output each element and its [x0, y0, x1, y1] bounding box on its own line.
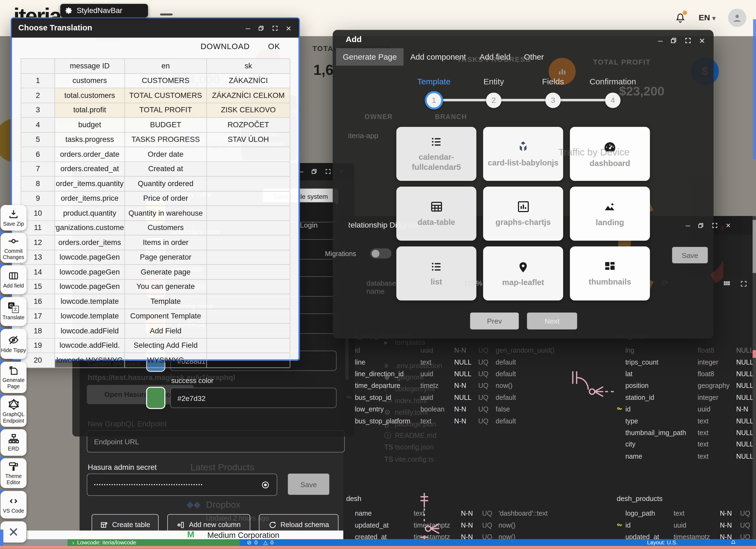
color-hex-input[interactable]: #2e7d32: [170, 388, 337, 408]
translation-row[interactable]: 1 customers CUSTOMERS ZÁKAZNÍCI: [21, 73, 290, 88]
cell-en: TASKS PROGRESS: [125, 132, 207, 146]
translation-row[interactable]: 4 budget BUDGET ROZPOČET: [21, 118, 290, 132]
cell-en: Created at: [125, 162, 207, 176]
template-card-graphs[interactable]: graphs-chartjs: [483, 187, 563, 240]
fullscreen-icon[interactable]: [272, 25, 278, 31]
statusbar-bell-icon[interactable]: [731, 540, 736, 545]
step-circle-1[interactable]: 1: [425, 91, 443, 110]
admin-secret-input[interactable]: ••••••••••••••••••••••••••••••••••••••••…: [87, 474, 277, 496]
sidebar-item-generate-page[interactable]: Generate Page: [1, 362, 27, 393]
cell-sk: [207, 338, 290, 352]
restore-icon[interactable]: [258, 25, 264, 31]
close-icon[interactable]: ×: [286, 24, 291, 33]
sidebar-item-theme-editor[interactable]: Theme Editor: [1, 458, 27, 488]
erd-close-icon[interactable]: ×: [726, 221, 731, 229]
cell-sk: ZÁKAZNÍCI CELKOM: [207, 88, 290, 102]
sidebar-item-commit-changes[interactable]: Commit Changes: [1, 233, 27, 263]
erd-window-title: Entity Relationship Diagram: [349, 221, 419, 229]
translation-row[interactable]: 13 lowcode.pageGen Page generator: [21, 250, 290, 265]
tooltip-label: StyledNavBar: [77, 6, 122, 15]
translation-row[interactable]: 19 lowcode.addField. Selecting Add Field: [21, 338, 290, 353]
right-scrollbar-thumb[interactable]: [753, 220, 756, 273]
step-label-template[interactable]: Template: [417, 77, 451, 87]
cell-message-id: lowcode.pageGen: [55, 265, 125, 279]
translation-row[interactable]: 15 lowcode.pageGen You can generate: [21, 280, 290, 294]
next-button[interactable]: Next: [527, 313, 577, 329]
latest-products-strip: M Medium Corporation: [27, 531, 343, 539]
translation-row[interactable]: 14 lowcode.pageGen Generate page: [21, 265, 290, 280]
translation-row[interactable]: 6 orders.order_date Order date: [21, 147, 290, 162]
statusbar-layout[interactable]: Layout: U.S.: [647, 540, 678, 545]
header-sk: sk: [207, 59, 290, 73]
template-card-list[interactable]: list: [396, 246, 476, 301]
prev-button[interactable]: Prev: [470, 313, 519, 329]
translation-row[interactable]: 5 tasks.progress TASKS PROGRESS STAV ÚLO…: [21, 132, 290, 147]
sidebar-item-hide-tippy[interactable]: Hide Tippy: [1, 329, 27, 359]
erd-grid-icon[interactable]: [723, 281, 731, 288]
add-minimize-icon[interactable]: –: [658, 36, 663, 44]
cell-en: Customers: [125, 220, 207, 234]
sidebar-item-add-field[interactable]: Add field: [1, 265, 27, 294]
template-card-data-table[interactable]: data-table: [396, 187, 476, 240]
cell-en: Template: [125, 294, 207, 309]
gear-icon: [65, 7, 73, 14]
cell-message-id: order_items.price: [55, 191, 125, 205]
translation-row[interactable]: 9 order_items.price Price of order: [21, 191, 290, 206]
translation-row[interactable]: 10 product.quantity Quantity in warehous…: [21, 206, 290, 220]
ghost-traffic-label: Traffic by Device: [558, 147, 630, 158]
add-restore-icon[interactable]: [670, 37, 677, 44]
language-selector[interactable]: EN ▾: [699, 13, 716, 23]
template-card-map[interactable]: map-leaflet: [483, 246, 563, 301]
erd-fullscreen-icon[interactable]: [712, 222, 718, 229]
migrations-toggle[interactable]: [370, 248, 392, 258]
errors-icon: ⊘: [247, 539, 251, 546]
sidebar-item-graphql-endpoint[interactable]: GraphQL Endpoint: [1, 396, 27, 427]
translation-row[interactable]: 12 orders.order_items Items in order: [21, 235, 290, 250]
sidebar-item-save-zip[interactable]: Save Zip: [1, 205, 27, 230]
translation-row[interactable]: 11 organizations.customers Customers: [21, 220, 290, 235]
cell-sk: ZISK CELKOVO: [207, 103, 290, 117]
ok-button[interactable]: OK: [268, 42, 280, 51]
sidebar-item-erd[interactable]: ERD: [1, 429, 27, 456]
translation-row[interactable]: 16 lowcode.template Template: [21, 294, 290, 309]
template-card-card-list[interactable]: card-list-babylonjs: [483, 127, 563, 181]
translation-row[interactable]: 3 total.profit TOTAL PROFIT ZISK CELKOVO: [21, 103, 290, 118]
statusbar-problems[interactable]: ⊘ 0 △ 0 Layout: U.S.: [240, 539, 756, 546]
template-card-landing[interactable]: landing: [570, 187, 650, 240]
erd-save-button[interactable]: Save: [672, 247, 708, 263]
show-secret-eye-icon[interactable]: [261, 480, 270, 489]
translation-row[interactable]: 2 total.customers TOTAL CUSTOMERS ZÁKAZN…: [21, 88, 290, 103]
erd-restore-icon[interactable]: [698, 222, 704, 229]
cell-message-id: product.quantity: [55, 206, 125, 220]
translation-row[interactable]: 18 lowcode.addField Add Field: [21, 324, 290, 338]
masked-secret-value: ••••••••••••••••••••••••••••••••••••••••…: [94, 482, 261, 487]
erd-fullscreen-icon[interactable]: [740, 280, 747, 288]
restore-icon[interactable]: [311, 168, 317, 175]
translation-row[interactable]: 17 lowcode.template Component Template: [21, 309, 290, 324]
translation-title: Choose Translation: [18, 23, 92, 32]
statusbar-branch[interactable]: › Lowcode: iteria/lowcode: [68, 539, 245, 546]
translation-row[interactable]: 20 lowcode.WYSIWYG WYSIWYG: [21, 353, 290, 368]
notifications-bell-icon[interactable]: [675, 12, 686, 24]
translation-row[interactable]: 7 orders.created_at Created at: [21, 162, 290, 176]
tab-generate-page[interactable]: Generate Page: [336, 48, 403, 66]
minimize-icon[interactable]: –: [246, 24, 250, 32]
sidebar-item-vs-code[interactable]: VS Code: [1, 491, 27, 518]
download-button[interactable]: DOWNLOAD: [201, 42, 250, 51]
color-swatch[interactable]: [146, 387, 165, 409]
cell-sk: [207, 353, 290, 367]
template-card-calendar[interactable]: calendar-fullcalendar5: [396, 127, 476, 181]
erd-minimize-icon[interactable]: –: [685, 221, 690, 229]
add-close-icon[interactable]: ×: [699, 36, 705, 46]
avatar[interactable]: [728, 9, 747, 27]
fullscreen-icon[interactable]: [325, 168, 331, 175]
translation-row[interactable]: 8 order_items.quantity Quantity ordered: [21, 176, 290, 191]
sidebar-close-button[interactable]: [1, 521, 27, 542]
color-label: success color: [171, 377, 354, 384]
save-endpoint-button[interactable]: Save: [288, 474, 329, 495]
cell-en: TOTAL PROFIT: [125, 103, 207, 117]
template-card-thumbnails[interactable]: thumbnails: [570, 246, 650, 301]
sidebar-item-translate[interactable]: G文 Translate: [1, 297, 27, 326]
cell-en: TOTAL CUSTOMERS: [125, 88, 207, 102]
add-fullscreen-icon[interactable]: [685, 37, 691, 44]
